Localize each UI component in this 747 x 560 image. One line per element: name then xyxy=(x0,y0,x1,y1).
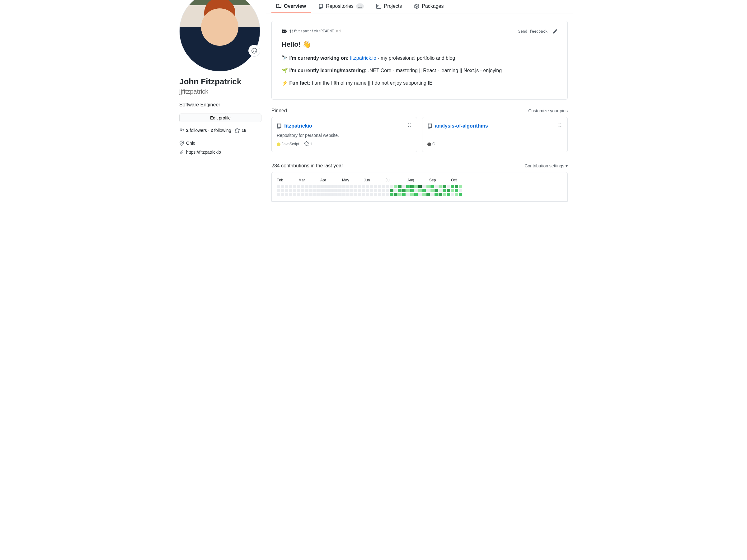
contribution-cell[interactable] xyxy=(313,185,316,188)
contribution-cell[interactable] xyxy=(374,185,377,188)
contribution-cell[interactable] xyxy=(382,189,385,192)
contribution-cell[interactable] xyxy=(394,193,397,196)
following-link[interactable]: 2 following xyxy=(211,128,231,133)
contribution-cell[interactable] xyxy=(341,189,345,192)
customize-pins-link[interactable]: Customize your pins xyxy=(528,108,568,114)
contribution-cell[interactable] xyxy=(431,185,434,188)
contribution-cell[interactable] xyxy=(427,189,430,192)
contribution-cell[interactable] xyxy=(333,189,337,192)
followers-link[interactable]: 2 followers xyxy=(186,128,207,133)
contribution-cell[interactable] xyxy=(439,193,442,196)
avatar-container[interactable] xyxy=(179,0,260,72)
drag-handle-icon[interactable] xyxy=(407,123,412,129)
contribution-cell[interactable] xyxy=(321,193,325,196)
contribution-cell[interactable] xyxy=(378,193,381,196)
contribution-cell[interactable] xyxy=(447,193,450,196)
contribution-cell[interactable] xyxy=(313,189,316,192)
contribution-cell[interactable] xyxy=(435,193,438,196)
contribution-cell[interactable] xyxy=(285,185,288,188)
set-status-button[interactable] xyxy=(248,45,260,57)
contribution-cell[interactable] xyxy=(297,189,300,192)
contribution-cell[interactable] xyxy=(337,189,341,192)
contribution-cell[interactable] xyxy=(431,193,434,196)
contribution-cell[interactable] xyxy=(427,185,430,188)
contribution-cell[interactable] xyxy=(410,189,414,192)
contribution-cell[interactable] xyxy=(370,193,373,196)
edit-profile-button[interactable]: Edit profile xyxy=(179,113,261,122)
contribution-cell[interactable] xyxy=(354,193,357,196)
contribution-cell[interactable] xyxy=(378,189,381,192)
contribution-settings-dropdown[interactable]: Contribution settings ▾ xyxy=(524,163,568,169)
contribution-cell[interactable] xyxy=(362,189,365,192)
contribution-cell[interactable] xyxy=(289,185,292,188)
contribution-cell[interactable] xyxy=(301,189,304,192)
contribution-cell[interactable] xyxy=(293,189,296,192)
contribution-cell[interactable] xyxy=(447,185,450,188)
contribution-cell[interactable] xyxy=(317,185,320,188)
contribution-cell[interactable] xyxy=(289,193,292,196)
contribution-cell[interactable] xyxy=(422,193,426,196)
contribution-cell[interactable] xyxy=(406,185,410,188)
contribution-cell[interactable] xyxy=(345,189,349,192)
contribution-cell[interactable] xyxy=(398,185,402,188)
contribution-cell[interactable] xyxy=(317,189,320,192)
contribution-cell[interactable] xyxy=(406,193,410,196)
contribution-cell[interactable] xyxy=(350,193,353,196)
contribution-cell[interactable] xyxy=(459,189,462,192)
contribution-cell[interactable] xyxy=(321,189,325,192)
contribution-cell[interactable] xyxy=(350,189,353,192)
contribution-cell[interactable] xyxy=(455,189,458,192)
contribution-cell[interactable] xyxy=(305,189,308,192)
contribution-cell[interactable] xyxy=(455,185,458,188)
contribution-cell[interactable] xyxy=(374,193,377,196)
contribution-cell[interactable] xyxy=(443,193,446,196)
contribution-cell[interactable] xyxy=(402,185,406,188)
contribution-cell[interactable] xyxy=(281,189,284,192)
contribution-cell[interactable] xyxy=(309,185,312,188)
contribution-cell[interactable] xyxy=(370,189,373,192)
contribution-cell[interactable] xyxy=(414,193,418,196)
contribution-cell[interactable] xyxy=(333,185,337,188)
contribution-cell[interactable] xyxy=(337,193,341,196)
tab-projects[interactable]: Projects xyxy=(371,0,407,13)
contribution-cell[interactable] xyxy=(398,193,402,196)
contribution-cell[interactable] xyxy=(402,193,406,196)
contribution-cell[interactable] xyxy=(297,193,300,196)
contribution-cell[interactable] xyxy=(435,189,438,192)
contribution-cell[interactable] xyxy=(329,193,333,196)
contribution-cell[interactable] xyxy=(354,189,357,192)
contribution-cell[interactable] xyxy=(459,193,462,196)
contribution-cell[interactable] xyxy=(370,185,373,188)
contribution-cell[interactable] xyxy=(418,185,422,188)
contribution-cell[interactable] xyxy=(345,185,349,188)
contribution-cell[interactable] xyxy=(390,189,393,192)
contribution-cell[interactable] xyxy=(422,185,426,188)
contribution-cell[interactable] xyxy=(358,193,361,196)
contribution-cell[interactable] xyxy=(325,185,329,188)
contribution-cell[interactable] xyxy=(333,193,337,196)
contribution-cell[interactable] xyxy=(305,185,308,188)
contribution-cell[interactable] xyxy=(285,193,288,196)
contribution-cell[interactable] xyxy=(427,193,430,196)
contribution-cell[interactable] xyxy=(281,193,284,196)
contribution-cell[interactable] xyxy=(317,193,320,196)
contribution-cell[interactable] xyxy=(443,189,446,192)
contribution-cell[interactable] xyxy=(459,185,462,188)
tab-packages[interactable]: Packages xyxy=(409,0,448,13)
contribution-cell[interactable] xyxy=(382,185,385,188)
contribution-cell[interactable] xyxy=(435,185,438,188)
contribution-cell[interactable] xyxy=(386,185,389,188)
contribution-cell[interactable] xyxy=(390,185,393,188)
contribution-cell[interactable] xyxy=(289,189,292,192)
contribution-cell[interactable] xyxy=(414,185,418,188)
readme-working-link[interactable]: fitzpatrick.io xyxy=(350,55,376,61)
contribution-cell[interactable] xyxy=(402,189,406,192)
contribution-cell[interactable] xyxy=(285,189,288,192)
contribution-cell[interactable] xyxy=(313,193,316,196)
contribution-cell[interactable] xyxy=(277,185,280,188)
contribution-cell[interactable] xyxy=(451,189,454,192)
contribution-cell[interactable] xyxy=(410,193,414,196)
contribution-cell[interactable] xyxy=(301,185,304,188)
contribution-cell[interactable] xyxy=(447,189,450,192)
contribution-cell[interactable] xyxy=(341,193,345,196)
